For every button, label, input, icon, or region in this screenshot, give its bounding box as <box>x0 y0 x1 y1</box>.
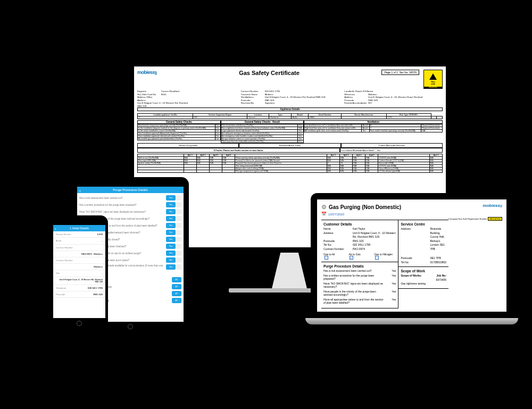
gas-purging-document: ⚙ Gas Purging (Non Domestic) mobiess)) 📅… <box>317 199 506 312</box>
yes-toggle[interactable]: Yes <box>166 251 176 256</box>
mobiess-logo: mobiess)) <box>483 203 502 208</box>
no-toggle[interactable] <box>176 264 181 270</box>
gas-safe-badge: Gassafe REGISTER <box>423 70 443 89</box>
phone-form-row: Unit 8 Holgate Court, 4 - 10 Western Rd,… <box>53 277 105 285</box>
faults-header-row: Details of any faults Remedial Action Ta… <box>137 143 443 148</box>
no-toggle[interactable] <box>176 251 181 256</box>
appliance-details-table: Landrds appliance Yes/NoService Inspecti… <box>137 113 443 119</box>
no-toggle[interactable] <box>176 237 181 242</box>
yes-toggle[interactable]: Yes <box>166 202 176 207</box>
yes-toggle[interactable]: Yes <box>166 195 176 201</box>
no-toggle[interactable] <box>176 209 181 214</box>
laptop-base <box>305 318 518 324</box>
phone-titlebar: ‹ 1 Initial Details <box>53 225 105 231</box>
phone-form-row: Telephone020 3411 1795 <box>53 285 105 291</box>
no-toggle[interactable] <box>176 223 181 228</box>
phone-form-row: PAO-0973 - Mobiess <box>53 251 105 257</box>
purge-question-row: Has a risk assessment been carried out?Y… <box>323 269 396 272</box>
back-icon[interactable]: ‹ <box>79 188 81 194</box>
no-toggle[interactable] <box>176 244 181 249</box>
no-toggle[interactable] <box>176 195 181 201</box>
phone-form-row: PostcodeRM1 3JS <box>53 291 105 298</box>
phone-frame: ‹ 1 Initial Details Survey Version2.678A… <box>51 215 108 329</box>
laptop-frame: ⚙ Gas Purging (Non Domestic) mobiess)) 📅… <box>308 193 516 329</box>
back-icon[interactable]: ‹ <box>55 227 56 231</box>
calendar-icon: 📅 <box>321 212 327 216</box>
yes-toggle[interactable]: Yes <box>166 244 176 249</box>
purge-question-row: Have people in the vicinity of the purge… <box>323 290 396 296</box>
tablet-titlebar: ‹ Purge Procedure Details <box>77 187 184 193</box>
tablet-question-row: Have "NO SMOKING" signs etc been display… <box>79 209 181 214</box>
phone-home-button[interactable] <box>77 321 82 326</box>
phone-form-row[interactable]: Site› <box>53 270 105 277</box>
purge-procedure-details-box: Purge Procedure Details Has a risk asses… <box>321 262 398 308</box>
tablet-home-button[interactable] <box>128 324 133 329</box>
combustion-analysis-table: Ap1.1Ap2.1Ap3.1Ap4.1Ap1.1Ap2.1Ap3.1Ap4.1… <box>137 154 443 173</box>
yes-toggle[interactable]: Yes <box>166 237 176 242</box>
appliance-details-header: Appliance Details <box>137 107 443 111</box>
gas-option-checkbox[interactable]: Gas to Nitrogen <box>374 253 396 260</box>
yes-toggle[interactable]: Yes <box>166 264 176 270</box>
no-toggle[interactable] <box>176 216 181 221</box>
phone-form-row: Contract Number <box>53 257 105 264</box>
scope-of-work-box: Scope of Work Scope of Works: Job No: 93… <box>398 267 448 289</box>
gas-option-checkbox[interactable]: Air to Gas ✓ <box>348 253 364 260</box>
phone-form-row: Mobiess <box>53 264 105 270</box>
phone-form-row[interactable]: Asset› <box>53 238 105 245</box>
registration-number: Company Gas Safe Registration Number REG… <box>448 218 502 220</box>
yes-toggle[interactable]: Yes <box>166 257 176 263</box>
no-toggle[interactable] <box>176 230 181 235</box>
phone-form-row: Survey Version2.678 <box>53 231 105 238</box>
no-toggle[interactable] <box>176 202 181 207</box>
gear-icon: ⚙ <box>321 204 327 211</box>
yes-toggle[interactable]: Yes <box>166 209 176 214</box>
yes-toggle[interactable]: Yes <box>166 230 176 235</box>
chevron-right-icon: › <box>102 272 103 275</box>
gas-option-checkbox[interactable]: Gas to Air <box>323 253 339 260</box>
yes-toggle[interactable]: Yes <box>166 216 176 221</box>
service-centre-box: Service Centre Address:Riverside Buildin… <box>398 220 448 267</box>
no-toggle[interactable] <box>176 257 181 263</box>
purge-question-row: Have "NO SMOKING" signs etc been display… <box>323 282 396 288</box>
tablet-question-row: Has a written procedure for the purge be… <box>79 202 181 207</box>
purge-question-row: Has a written procedure for the purge be… <box>323 274 396 280</box>
purge-question-row: Have all appropriate valves to and from … <box>323 298 396 304</box>
document-title: ⚙ Gas Purging (Non Domestic) <box>321 204 502 211</box>
yes-toggle[interactable]: Yes <box>166 223 176 228</box>
tablet-question-row: Has a risk assessment been carried out?Y… <box>79 195 181 201</box>
phone-app-screen: ‹ 1 Initial Details Survey Version2.678A… <box>53 225 105 318</box>
page-indicator: Page 1 of 1 Ser No: 34576 <box>381 70 419 75</box>
document-date: 📅 13/07/2020 <box>321 212 502 216</box>
phone-form-row: Contract Number <box>53 245 105 251</box>
document-title: Gas Safety Certificate <box>157 70 382 76</box>
mobiess-logo: mobiess)) <box>137 70 157 75</box>
chevron-right-icon: › <box>102 239 103 243</box>
customer-details-box: Customer Details Name:Karl Taylor Addres… <box>321 220 398 262</box>
